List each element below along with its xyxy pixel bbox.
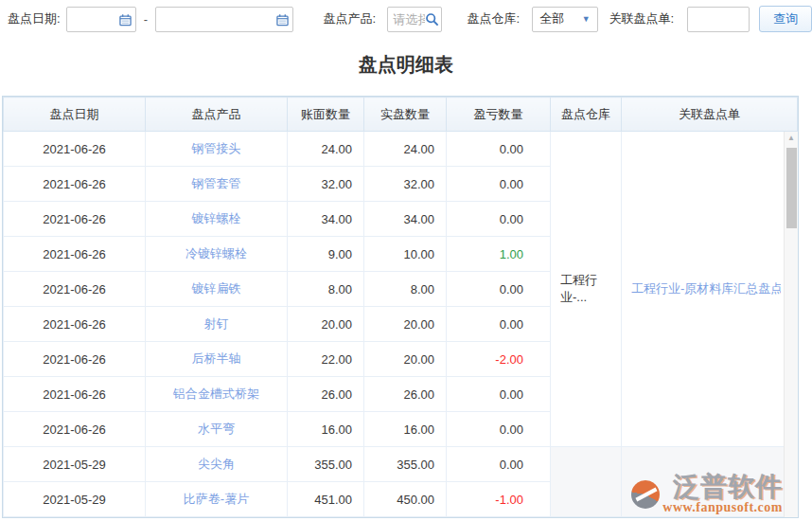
product-select-input[interactable] <box>387 7 441 32</box>
scroll-up-arrow-icon[interactable]: ▲ <box>785 132 798 145</box>
cell-inventory-date: 2021-06-26 <box>4 237 146 272</box>
date-filter-label: 盘点日期: <box>8 10 61 27</box>
cell-inventory-date: 2021-06-26 <box>4 412 146 447</box>
column-header-diff-qty: 盈亏数量 <box>447 98 551 132</box>
cell-inventory-date: 2021-05-29 <box>4 447 146 482</box>
query-button[interactable]: 查询 <box>759 6 812 32</box>
table-header-row: 盘点日期 盘点产品 账面数量 实盘数量 盈亏数量 盘点仓库 关联盘点单 <box>4 98 798 132</box>
column-header-book-qty: 账面数量 <box>288 98 364 132</box>
cell-diff-qty: 0.00 <box>447 202 551 237</box>
cell-inventory-date: 2021-06-26 <box>4 167 146 202</box>
cell-inventory-date: 2021-06-26 <box>4 202 146 237</box>
cell-diff-qty: 0.00 <box>447 412 551 447</box>
column-header-product: 盘点产品 <box>146 98 288 132</box>
cell-warehouse <box>551 447 622 517</box>
date-to-input[interactable] <box>155 7 292 32</box>
cell-diff-qty: 0.00 <box>447 307 551 342</box>
related-order-label: 关联盘点单: <box>609 10 675 27</box>
date-from-input[interactable] <box>66 7 136 32</box>
cell-product-link[interactable]: 镀锌扁铁 <box>146 272 288 307</box>
cell-book-qty: 26.00 <box>288 377 364 412</box>
cell-book-qty: 8.00 <box>288 272 364 307</box>
cell-book-qty: 24.00 <box>288 132 364 167</box>
cell-product-link[interactable]: 后桥半轴 <box>146 342 288 377</box>
inventory-detail-page: 盘点日期: - 盘点产品: 盘点仓库: 全部 ▼ 关联盘点单: <box>0 0 812 518</box>
column-header-related-order: 关联盘点单 <box>622 98 798 132</box>
date-from-field[interactable] <box>67 8 135 31</box>
cell-diff-qty: 0.00 <box>447 167 551 202</box>
table-row: 2021-06-26钢管接头24.0024.000.00工程行业-...工程行业… <box>4 132 798 167</box>
cell-actual-qty: 16.00 <box>364 412 447 447</box>
cell-book-qty: 32.00 <box>288 167 364 202</box>
cell-product-link[interactable]: 镀锌螺栓 <box>146 202 288 237</box>
fanpu-logo-icon <box>631 480 660 509</box>
chevron-down-icon: ▼ <box>582 14 591 24</box>
date-to-field[interactable] <box>156 8 291 31</box>
cell-product-link[interactable]: 比萨卷-薯片 <box>146 482 288 517</box>
filter-toolbar: 盘点日期: - 盘点产品: 盘点仓库: 全部 ▼ 关联盘点单: <box>0 0 812 32</box>
inventory-detail-table: 盘点日期 盘点产品 账面数量 实盘数量 盈亏数量 盘点仓库 关联盘点单 2021… <box>3 97 798 517</box>
cell-actual-qty: 26.00 <box>364 377 447 412</box>
inventory-table: 盘点日期 盘点产品 账面数量 实盘数量 盈亏数量 盘点仓库 关联盘点单 2021… <box>2 96 799 518</box>
cell-diff-qty: 0.00 <box>447 132 551 167</box>
cell-diff-qty: -2.00 <box>447 342 551 377</box>
cell-inventory-date: 2021-06-26 <box>4 272 146 307</box>
cell-book-qty: 355.00 <box>288 447 364 482</box>
page-title: 盘点明细表 <box>0 52 812 78</box>
date-range-separator: - <box>144 12 148 27</box>
cell-actual-qty: 24.00 <box>364 132 447 167</box>
cell-inventory-date: 2021-06-26 <box>4 132 146 167</box>
vertical-scrollbar[interactable]: ▲ <box>784 132 798 517</box>
cell-warehouse: 工程行业-... <box>551 132 622 447</box>
cell-diff-qty: 1.00 <box>447 237 551 272</box>
cell-actual-qty: 20.00 <box>364 307 447 342</box>
cell-actual-qty: 450.00 <box>364 482 447 517</box>
cell-inventory-date: 2021-06-26 <box>4 307 146 342</box>
warehouse-select-value: 全部 <box>539 10 564 27</box>
cell-inventory-date: 2021-06-26 <box>4 342 146 377</box>
cell-actual-qty: 355.00 <box>364 447 447 482</box>
cell-actual-qty: 20.00 <box>364 342 447 377</box>
cell-actual-qty: 10.00 <box>364 237 447 272</box>
watermark-url: www.fanpusoft.com <box>662 500 783 514</box>
watermark-brand: 泛普软件 <box>673 474 783 500</box>
cell-inventory-date: 2021-05-29 <box>4 482 146 517</box>
cell-product-link[interactable]: 射钉 <box>146 307 288 342</box>
cell-book-qty: 9.00 <box>288 237 364 272</box>
cell-book-qty: 16.00 <box>288 412 364 447</box>
cell-actual-qty: 34.00 <box>364 202 447 237</box>
column-header-warehouse: 盘点仓库 <box>551 98 622 132</box>
watermark: 泛普软件 www.fanpusoft.com <box>631 474 783 514</box>
cell-diff-qty: 0.00 <box>447 272 551 307</box>
cell-diff-qty: 0.00 <box>447 377 551 412</box>
column-header-date: 盘点日期 <box>4 98 146 132</box>
cell-product-link[interactable]: 水平弯 <box>146 412 288 447</box>
related-order-link[interactable]: 工程行业-原材料库汇总盘点 <box>622 280 781 297</box>
cell-product-link[interactable]: 冷镀锌螺栓 <box>146 237 288 272</box>
related-order-input[interactable] <box>687 7 750 32</box>
cell-related-order[interactable]: 工程行业-原材料库汇总盘点 <box>622 132 798 447</box>
cell-product-link[interactable]: 尖尖角 <box>146 447 288 482</box>
cell-diff-qty: -1.00 <box>447 482 551 517</box>
cell-book-qty: 22.00 <box>288 342 364 377</box>
cell-actual-qty: 32.00 <box>364 167 447 202</box>
cell-product-link[interactable]: 钢管套管 <box>146 167 288 202</box>
cell-product-link[interactable]: 钢管接头 <box>146 132 288 167</box>
cell-diff-qty: 0.00 <box>447 447 551 482</box>
inventory-table-body: 2021-06-26钢管接头24.0024.000.00工程行业-...工程行业… <box>4 132 798 517</box>
product-filter-label: 盘点产品: <box>324 10 377 27</box>
column-header-actual-qty: 实盘数量 <box>364 98 447 132</box>
related-order-field[interactable] <box>688 8 749 31</box>
cell-inventory-date: 2021-06-26 <box>4 377 146 412</box>
cell-book-qty: 34.00 <box>288 202 364 237</box>
cell-book-qty: 20.00 <box>288 307 364 342</box>
cell-product-link[interactable]: 铝合金槽式桥架 <box>146 377 288 412</box>
search-icon[interactable] <box>425 12 439 29</box>
cell-book-qty: 451.00 <box>288 482 364 517</box>
cell-actual-qty: 8.00 <box>364 272 447 307</box>
warehouse-select[interactable]: 全部 ▼ <box>532 7 597 32</box>
scrollbar-thumb[interactable] <box>786 148 797 228</box>
warehouse-filter-label: 盘点仓库: <box>468 10 521 27</box>
